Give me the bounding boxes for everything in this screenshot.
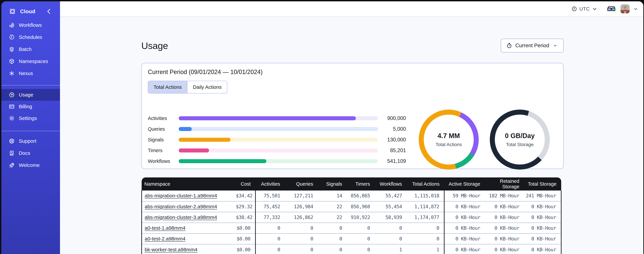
sidebar-item-label: Schedules: [19, 34, 42, 40]
sidebar-item-welcome[interactable]: Welcome: [1, 159, 60, 171]
table-cell: 1,174,077: [407, 212, 444, 223]
bar-value: 900,000: [379, 115, 406, 121]
table-cell: 1: [407, 244, 444, 254]
table-row: abs-migration-cluster-1.a98mm4$34.4275,5…: [142, 190, 561, 201]
workflows-icon: [9, 22, 15, 28]
column-header: Signals: [318, 178, 347, 190]
total-storage-donut: 0 GB/Day Total Storage: [490, 110, 550, 170]
bar-fill: [179, 127, 192, 131]
table-cell: 241 MB-Hour: [524, 190, 561, 201]
usage-icon: [9, 92, 15, 98]
usage-card: Current Period (09/01/2024 — 10/01/2024)…: [141, 63, 564, 169]
table-cell: abs-migration-cluster-1.a98mm4: [142, 190, 236, 201]
bar-track: [179, 148, 378, 152]
namespaces-icon: [9, 58, 15, 64]
tab-daily-actions[interactable]: Daily Actions: [187, 81, 227, 93]
sidebar-collapse-button[interactable]: [45, 8, 53, 15]
sidebar-item-support[interactable]: Support: [1, 135, 60, 147]
bar-fill: [179, 148, 209, 152]
main-area: Usage Current Period Current Period (09/…: [60, 17, 643, 254]
table-cell: 0: [285, 244, 318, 254]
table-cell: 0: [256, 223, 285, 234]
table-cell: abs-migration-cluster-3.a98mm4: [142, 212, 236, 223]
table-cell: 1,115,018: [407, 190, 444, 201]
table-cell: 0: [256, 244, 285, 254]
sidebar-item-batch[interactable]: Batch: [1, 43, 60, 55]
table-cell: 0 KB-Hour: [524, 212, 561, 223]
timezone-picker[interactable]: UTC: [571, 6, 598, 12]
donut-center: 4.7 MM Total Actions: [424, 114, 474, 164]
table-row: a0-test-2.a98mm4$0.000000000 KB-Hour0 KB…: [142, 234, 561, 244]
page-title: Usage: [141, 40, 168, 51]
donut-label: Total Actions: [436, 142, 462, 147]
table-cell: 59 MB-Hour: [444, 190, 485, 201]
table-cell: 0 KB-Hour: [524, 223, 561, 234]
settings-icon: [9, 115, 15, 121]
namespace-link[interactable]: abs-migration-cluster-2.a98mm4: [145, 204, 217, 209]
bar-row: Activities 900,000: [148, 115, 406, 121]
total-actions-donut: 4.7 MM Total Actions: [419, 110, 479, 170]
app-window: Cloud Workflows Schedul: [1, 1, 643, 254]
sidebar-item-namespaces[interactable]: Namespaces: [1, 55, 60, 67]
table-cell: 0: [347, 223, 375, 234]
chevron-down-icon: [552, 44, 558, 48]
column-header: Namespace: [142, 178, 236, 190]
table-row: bk-worker-test.a98mm4$0.000000110 KB-Hou…: [142, 244, 561, 254]
chevron-down-icon: [592, 6, 598, 12]
column-header: Queries: [285, 178, 318, 190]
table-cell: 22: [318, 201, 347, 212]
batch-icon: [9, 46, 15, 52]
table-cell: $29.32: [236, 201, 255, 212]
table-cell: 0: [318, 223, 347, 234]
table-cell: 55,454: [375, 201, 407, 212]
billing-icon: [9, 104, 15, 110]
table-cell: 75,501: [256, 190, 285, 201]
table-cell: 58,939: [375, 212, 407, 223]
namespace-link[interactable]: a0-test-1.a98mm4: [145, 225, 186, 231]
table-cell: abs-migration-cluster-2.a98mm4: [142, 201, 236, 212]
sidebar-item-docs[interactable]: Docs: [1, 147, 60, 159]
sidebar-item-label: Billing: [19, 104, 32, 110]
table-cell: $0.00: [236, 244, 255, 254]
sidebar-item-label: Batch: [19, 46, 32, 52]
table-cell: 182 MB-Hour: [485, 190, 524, 201]
tab-total-actions[interactable]: Total Actions: [148, 81, 187, 93]
sidebar-item-nexus[interactable]: Nexus: [1, 67, 60, 80]
period-selector-button[interactable]: Current Period: [501, 38, 564, 52]
bar-row: Timers 85,201: [148, 148, 406, 153]
namespace-link[interactable]: bk-worker-test.a98mm4: [145, 247, 198, 252]
bar-row: Queries 5,000: [148, 126, 406, 132]
welcome-icon: [9, 162, 15, 168]
namespace-link[interactable]: a0-test-2.a98mm4: [145, 236, 186, 242]
bar-row: Workflows 541,109: [148, 158, 406, 164]
table-cell: 0 KB-Hour: [444, 244, 485, 254]
namespace-link[interactable]: abs-migration-cluster-1.a98mm4: [145, 193, 217, 198]
column-header: Activities: [256, 178, 285, 190]
table-cell: 0 KB-Hour: [444, 223, 485, 234]
user-avatar[interactable]: [620, 4, 630, 14]
clock-icon: [571, 6, 577, 12]
column-header: Active Storage: [444, 178, 485, 190]
sidebar-item-settings[interactable]: Settings: [1, 112, 60, 124]
table-cell: 126,862: [285, 212, 318, 223]
table-cell: 0: [375, 234, 407, 244]
sidebar-item-label: Usage: [19, 92, 33, 98]
table-cell: 0 KB-Hour: [485, 244, 524, 254]
table-cell: a0-test-2.a98mm4: [142, 234, 236, 244]
sidebar-nav-primary: Workflows Schedules Batch: [1, 19, 60, 80]
table-cell: 77,332: [256, 212, 285, 223]
bar-label: Activities: [148, 116, 177, 121]
sidebar-item-billing[interactable]: Billing: [1, 101, 60, 112]
bar-label: Signals: [148, 137, 177, 142]
glasses-icon[interactable]: [607, 6, 616, 12]
table-cell: 0: [285, 223, 318, 234]
sidebar-item-schedules[interactable]: Schedules: [1, 31, 60, 43]
sidebar-item-usage[interactable]: Usage: [1, 89, 60, 101]
nexus-icon: [9, 70, 15, 76]
user-menu-chevron-icon[interactable]: [632, 6, 639, 11]
namespace-link[interactable]: abs-migration-cluster-3.a98mm4: [145, 214, 217, 220]
table-cell: $0.00: [236, 223, 255, 234]
usage-card-title: Current Period (09/01/2024 — 10/01/2024): [148, 68, 557, 76]
sidebar-item-workflows[interactable]: Workflows: [1, 19, 60, 31]
table-cell: 22: [318, 212, 347, 223]
